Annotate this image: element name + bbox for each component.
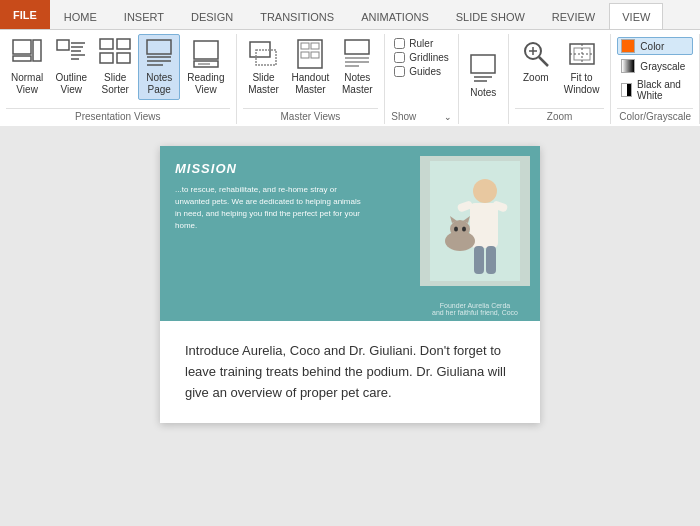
svg-rect-2 bbox=[33, 40, 41, 61]
svg-rect-26 bbox=[311, 52, 319, 58]
reading-view-button[interactable]: ReadingView bbox=[182, 34, 229, 100]
svg-rect-47 bbox=[474, 246, 484, 274]
svg-rect-11 bbox=[100, 53, 113, 63]
color-swatch-color bbox=[621, 39, 635, 53]
color-option-label: Color bbox=[640, 41, 664, 52]
notes-page-button[interactable]: NotesPage bbox=[138, 34, 180, 100]
slide-master-label: SlideMaster bbox=[248, 72, 279, 96]
tab-design[interactable]: DESIGN bbox=[178, 3, 246, 29]
slide-master-button[interactable]: SlideMaster bbox=[243, 34, 285, 100]
svg-rect-25 bbox=[301, 52, 309, 58]
color-grayscale-label: Color/Grayscale bbox=[617, 108, 693, 124]
slide-caption: Founder Aurelia Cerdaand her faithful fr… bbox=[420, 302, 530, 316]
reading-view-icon bbox=[190, 38, 222, 70]
notes-page-icon bbox=[143, 38, 175, 70]
svg-point-50 bbox=[450, 220, 470, 238]
svg-rect-3 bbox=[57, 40, 69, 50]
svg-rect-0 bbox=[13, 40, 31, 54]
svg-rect-12 bbox=[117, 53, 130, 63]
ruler-checkbox[interactable] bbox=[394, 38, 405, 49]
svg-rect-10 bbox=[117, 39, 130, 49]
gridlines-checkbox-item[interactable]: Gridlines bbox=[391, 51, 451, 64]
color-option-blackwhite[interactable]: Black and White bbox=[617, 77, 693, 103]
notes-button-label: Notes bbox=[470, 87, 496, 99]
svg-rect-48 bbox=[486, 246, 496, 274]
notes-button-icon bbox=[467, 53, 499, 85]
tab-insert[interactable]: INSERT bbox=[111, 3, 177, 29]
show-group-label: Show bbox=[391, 111, 416, 124]
master-views-buttons: SlideMaster HandoutMaster bbox=[243, 34, 379, 106]
fit-window-label: Fit toWindow bbox=[564, 72, 600, 96]
gridlines-label: Gridlines bbox=[409, 52, 448, 63]
svg-rect-31 bbox=[471, 55, 495, 73]
handout-master-icon bbox=[294, 38, 326, 70]
svg-rect-27 bbox=[345, 40, 369, 54]
presentation-views-label: Presentation Views bbox=[6, 108, 230, 124]
ribbon: NormalView OutlineView bbox=[0, 30, 700, 126]
tab-slide-show[interactable]: SLIDE SHOW bbox=[443, 3, 538, 29]
master-views-label: Master Views bbox=[243, 108, 379, 124]
presentation-views-group: NormalView OutlineView bbox=[0, 34, 237, 124]
svg-rect-17 bbox=[194, 41, 218, 59]
slide-master-icon bbox=[248, 38, 280, 70]
reading-view-label: ReadingView bbox=[187, 72, 224, 96]
svg-rect-23 bbox=[301, 43, 309, 49]
slide-preview: MISSION ...to rescue, rehabilitate, and … bbox=[160, 146, 540, 321]
color-swatch-grayscale bbox=[621, 59, 635, 73]
outline-view-button[interactable]: OutlineView bbox=[50, 34, 92, 100]
tab-view[interactable]: VIEW bbox=[609, 3, 663, 29]
svg-point-43 bbox=[473, 179, 497, 203]
svg-rect-1 bbox=[13, 56, 31, 61]
tab-file[interactable]: FILE bbox=[0, 0, 50, 29]
color-option-color[interactable]: Color bbox=[617, 37, 693, 55]
presentation-views-buttons: NormalView OutlineView bbox=[6, 34, 230, 106]
color-option-grayscale[interactable]: Grayscale bbox=[617, 57, 693, 75]
blackwhite-label: Black and White bbox=[637, 79, 689, 101]
color-swatch-blackwhite bbox=[621, 83, 632, 97]
zoom-group-buttons: Zoom Fit toWindow bbox=[515, 34, 605, 106]
notes-master-icon bbox=[341, 38, 373, 70]
slide-body: ...to rescue, rehabilitate, and re-home … bbox=[175, 184, 368, 232]
show-expand-button[interactable]: ⌄ bbox=[444, 112, 452, 122]
tab-home[interactable]: HOME bbox=[51, 3, 110, 29]
guides-label: Guides bbox=[409, 66, 441, 77]
outline-view-label: OutlineView bbox=[55, 72, 87, 96]
fit-window-icon bbox=[566, 38, 598, 70]
notes-button[interactable]: Notes bbox=[462, 49, 504, 103]
zoom-group: Zoom Fit toWindow Zoom bbox=[509, 34, 612, 124]
svg-rect-9 bbox=[100, 39, 113, 49]
svg-rect-13 bbox=[147, 40, 171, 54]
notes-master-button[interactable]: NotesMaster bbox=[336, 34, 378, 100]
show-group: Ruler Gridlines Guides Show ⌄ bbox=[385, 34, 458, 124]
zoom-label: Zoom bbox=[523, 72, 549, 84]
notes-master-label: NotesMaster bbox=[342, 72, 373, 96]
svg-point-53 bbox=[454, 227, 458, 232]
grayscale-label: Grayscale bbox=[640, 61, 685, 72]
notes-container: MISSION ...to rescue, rehabilitate, and … bbox=[160, 146, 540, 423]
guides-checkbox-item[interactable]: Guides bbox=[391, 65, 451, 78]
handout-master-button[interactable]: HandoutMaster bbox=[287, 34, 335, 100]
color-grayscale-group: Color Grayscale Black and White Color/Gr… bbox=[611, 34, 700, 124]
svg-point-54 bbox=[462, 227, 466, 232]
main-content: MISSION ...to rescue, rehabilitate, and … bbox=[0, 126, 700, 526]
fit-window-button[interactable]: Fit toWindow bbox=[559, 34, 605, 100]
handout-master-label: HandoutMaster bbox=[292, 72, 330, 96]
slide-sorter-icon bbox=[99, 38, 131, 70]
show-group-content: Ruler Gridlines Guides bbox=[391, 34, 451, 111]
svg-rect-24 bbox=[311, 43, 319, 49]
normal-view-button[interactable]: NormalView bbox=[6, 34, 48, 100]
guides-checkbox[interactable] bbox=[394, 66, 405, 77]
tab-bar: FILE HOME INSERT DESIGN TRANSITIONS ANIM… bbox=[0, 0, 700, 30]
svg-line-35 bbox=[539, 57, 548, 66]
zoom-button[interactable]: Zoom bbox=[515, 34, 557, 88]
tab-animations[interactable]: ANIMATIONS bbox=[348, 3, 442, 29]
ruler-checkbox-item[interactable]: Ruler bbox=[391, 37, 451, 50]
master-views-group: SlideMaster HandoutMaster bbox=[237, 34, 386, 124]
gridlines-checkbox[interactable] bbox=[394, 52, 405, 63]
tab-review[interactable]: REVIEW bbox=[539, 3, 608, 29]
notes-page-label: NotesPage bbox=[146, 72, 172, 96]
outline-view-icon bbox=[55, 38, 87, 70]
slide-sorter-button[interactable]: SlideSorter bbox=[94, 34, 136, 100]
tab-transitions[interactable]: TRANSITIONS bbox=[247, 3, 347, 29]
normal-view-label: NormalView bbox=[11, 72, 43, 96]
